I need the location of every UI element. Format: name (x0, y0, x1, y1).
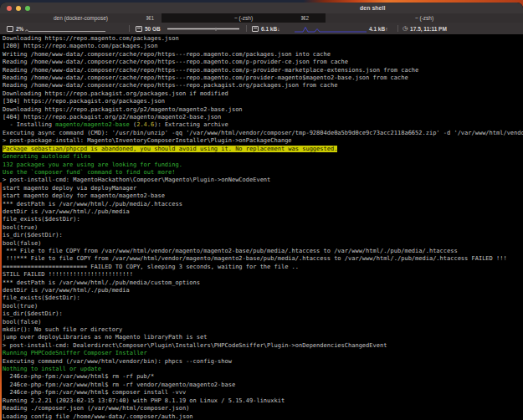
terminal-line: [404] https://repo.packagist.org/p2/mage… (3, 114, 523, 121)
close-button-icon[interactable] (7, 6, 12, 11)
terminal-line: Package sebastian/phpcpd is abandoned, y… (3, 146, 523, 153)
terminal-line: file_exists($destDir): (3, 295, 523, 302)
terminal-line: 246ce-php-fpm:/var/www/html$ rm -rf pub/… (3, 373, 523, 381)
network-down-value: 6.1 kB↓ (261, 26, 279, 32)
zoom-button-icon[interactable] (25, 6, 30, 11)
terminal-line: Downloading https://repo.magento.com/pac… (3, 35, 523, 43)
terminal-line: Running 2.2.21 (2023-02-15 13:07:40) wit… (3, 397, 523, 405)
tab-zsh-2[interactable]: ~ (-zsh) (326, 13, 523, 23)
disk-value: 50 GB (145, 26, 161, 32)
terminal-line: > post-package-install: Magento\Inventor… (3, 137, 523, 145)
disk-icon (136, 26, 142, 32)
terminal-line: destDir is /var/www/html/./pub/media (3, 287, 523, 295)
terminal-line: 246ce-php-fpm:/var/www/html$ rm -rf vend… (3, 382, 523, 389)
tab-den-docker-compose[interactable]: den (docker-compose) ⌘1 (0, 13, 162, 23)
status-separator (397, 25, 398, 32)
status-separator (129, 25, 130, 32)
terminal-window: den shell den (docker-compose) ⌘1 ~ (-zs… (0, 3, 523, 420)
tab-shortcut: ⌘1 (146, 15, 154, 22)
terminal-line: Executing async command (CMD): '/usr/bin… (3, 130, 523, 137)
window-titlebar[interactable]: den shell (0, 3, 523, 13)
terminal-line: Reading /home/www-data/.composer/cache/r… (3, 59, 523, 66)
terminal-line: > post-install-cmd: Dealerdirect\Compose… (3, 342, 523, 350)
terminal-line: !!!*** File to file COPY from /var/www/h… (3, 255, 523, 263)
terminal-line: Downloading https://repo.packagist.org/p… (3, 106, 523, 114)
traffic-lights (7, 6, 30, 11)
terminal-line: *** File to file COPY from /var/www/html… (3, 248, 523, 255)
status-bar: 2% 50 GB 6.1 kB↓ 4.1 kB↑ (0, 23, 523, 34)
terminal-line: 132 packages you are using are looking f… (3, 161, 523, 169)
minimize-button-icon[interactable] (16, 6, 21, 11)
network-up: 4.1 kB↑ (369, 23, 387, 34)
terminal-line: 246ce-php-fpm:/var/www/html$ composer in… (3, 389, 523, 397)
terminal-line: > post-install-cmd: MagentoHackathon\Com… (3, 177, 523, 184)
network-icon (252, 26, 259, 32)
terminal-line: [304] https://repo.packagist.org/package… (3, 98, 523, 105)
terminal-line: is_dir($destDir): (3, 232, 523, 239)
terminal-line: destDir is /var/www/html/./pub/media (3, 208, 523, 216)
terminal-line: Use the `composer fund` command to find … (3, 169, 523, 177)
terminal-line: *** destPath is /var/www/html/./pub/medi… (3, 201, 523, 208)
disk-widget: 50 GB (136, 23, 161, 34)
terminal-line: Reading ./composer.json (/var/www/html/c… (3, 405, 523, 412)
terminal-line: start magento deploy via deployManager (3, 185, 523, 192)
terminal-line: bool(true) (3, 224, 523, 232)
tab-label: den (docker-compose) (54, 15, 108, 21)
terminal-line: Downloading https://repo.packagist.org/p… (3, 90, 523, 98)
terminal-line: bool(true) (3, 303, 523, 310)
terminal-line: bool(false) (3, 240, 523, 248)
terminal-line: ======================== FAILED TO COPY,… (3, 264, 523, 271)
clock-widget: ◷ 17.5, 11:11 PM (403, 23, 447, 34)
tab-bar: den (docker-compose) ⌘1 ~ (-zsh) ⌘2 ~ (-… (0, 13, 523, 23)
cpu-icon (7, 26, 13, 32)
terminal-line: start magento deploy for magento/magento… (3, 192, 523, 200)
terminal-output[interactable]: Downloading https://repo.magento.com/pac… (0, 34, 523, 420)
terminal-line: bool(false) (3, 319, 523, 326)
tab-shortcut: ⌘2 (300, 15, 309, 22)
terminal-line: jump over deployLibraries as no Magento … (3, 334, 523, 341)
network-up-value: 4.1 kB↑ (369, 26, 387, 32)
terminal-line: *** destPath is /var/www/html/./pub/medi… (3, 279, 523, 287)
clock-value: 17.5, 11:11 PM (410, 26, 447, 32)
terminal-line: STILL FAILED !!!!!!!!!!!!!!!!!!!!!!!! (3, 271, 523, 279)
clock-icon: ◷ (403, 25, 408, 32)
terminal-line: Reading /home/www-data/.composer/cache/r… (3, 67, 523, 74)
terminal-line: is_dir($destDir): (3, 310, 523, 318)
cpu-widget: 2% (7, 23, 23, 34)
terminal-line: Reading /home/www-data/.composer/cache/r… (3, 82, 523, 90)
terminal-line: Running PHPCodeSniffer Composer Installe… (3, 350, 523, 357)
terminal-line: Writing /home/www-data/.composer/cache/r… (3, 51, 523, 59)
status-separator (246, 25, 247, 32)
terminal-line: file_exists($destDir): (3, 216, 523, 223)
terminal-line: Nothing to install or update (3, 366, 523, 373)
window-title: den shell (360, 3, 385, 13)
wallpaper-edge (0, 182, 2, 420)
terminal-line: [200] https://repo.magento.com/packages.… (3, 43, 523, 50)
desktop: den shell den (docker-compose) ⌘1 ~ (-zs… (0, 0, 523, 420)
network-widget: 6.1 kB↓ (252, 23, 279, 34)
terminal-line: Reading /home/www-data/.composer/cache/r… (3, 74, 523, 82)
terminal-line: Loading config file /home/www-data/.comp… (3, 413, 523, 420)
tab-zsh-1[interactable]: ~ (-zsh) ⌘2 (162, 13, 326, 23)
terminal-line: - Installing magento/magento2-base (2.4.… (3, 121, 523, 129)
terminal-line: Executing command (/var/www/html/vendor/… (3, 358, 523, 366)
tab-label: ~ (-zsh) (234, 15, 253, 21)
terminal-line: mkdir(): No such file or directory (3, 326, 523, 334)
terminal-line: Generating autoload files (3, 153, 523, 161)
tab-label: ~ (-zsh) (415, 15, 433, 21)
cpu-value: 2% (16, 26, 23, 32)
